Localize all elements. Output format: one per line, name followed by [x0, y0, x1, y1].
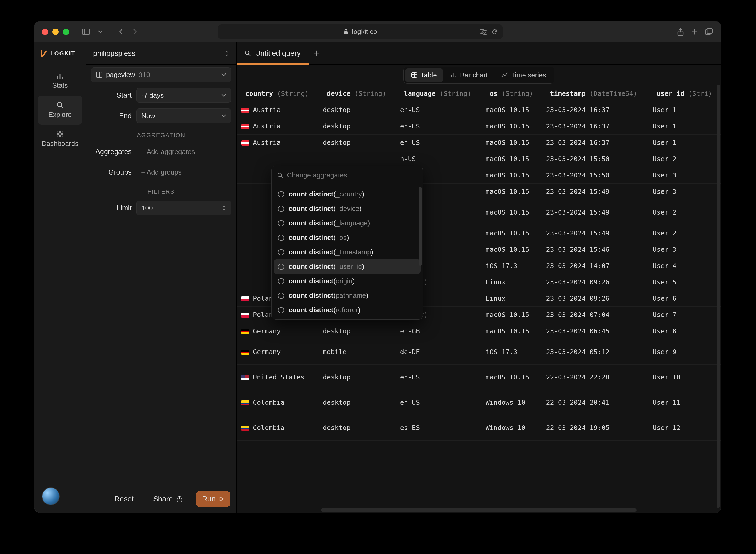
table-row[interactable]: Austriadesktopen-USmacOS 10.1523-03-2024… — [237, 118, 721, 134]
fullscreen-window-button[interactable] — [63, 29, 69, 35]
column-name: _language — [400, 90, 435, 98]
cell-os: macOS 10.15 — [481, 307, 541, 323]
stepper-icon[interactable] — [222, 205, 226, 211]
radio-icon — [278, 278, 284, 284]
vertical-scrollbar[interactable] — [717, 85, 720, 508]
aggregate-option[interactable]: count distinct(_country) — [274, 187, 421, 202]
svg-rect-18 — [61, 134, 63, 137]
start-label: Start — [91, 91, 136, 100]
aggregate-arg: _language — [336, 219, 367, 227]
aggregate-arg: referrer — [336, 306, 358, 314]
cell-user-id: User 6 — [648, 290, 721, 307]
column-name: _timestamp — [546, 90, 586, 98]
aggregate-option[interactable]: count distinct(_os) — [274, 230, 421, 245]
tab-untitled-query[interactable]: Untitled query — [237, 42, 308, 64]
column-header[interactable]: _device (String) — [318, 86, 395, 102]
cell-country: Colombia — [237, 390, 318, 415]
table-row[interactable]: Colombiadesktopen-USWindows 1022-03-2024… — [237, 390, 721, 415]
aggregate-option[interactable]: count distinct(origin) — [274, 274, 421, 288]
table-row[interactable]: Austriadesktopen-USmacOS 10.1523-03-2024… — [237, 102, 721, 118]
brand-logo-icon — [41, 50, 47, 57]
run-button[interactable]: Run — [196, 491, 230, 507]
viz-bar-chart[interactable]: Bar chart — [444, 68, 495, 82]
column-type: (String) — [440, 90, 471, 98]
cell-user-id: User 2 — [648, 225, 721, 241]
table-row[interactable]: United Statesdesktopen-USmacOS 10.1522-0… — [237, 365, 721, 390]
table-row[interactable]: n-USmacOS 10.1523-03-2024 15:50User 2 — [237, 151, 721, 167]
table-selector[interactable]: pageview 310 — [91, 67, 231, 82]
limit-value: 100 — [141, 204, 153, 212]
sidebar-item-stats[interactable]: Stats — [38, 67, 82, 96]
start-field[interactable]: -7 days — [136, 88, 231, 103]
viz-table[interactable]: Table — [405, 68, 443, 82]
svg-rect-2 — [344, 31, 348, 34]
nav-back-button[interactable] — [116, 27, 126, 37]
tabs-overview-icon[interactable] — [704, 27, 714, 37]
viz-label: Bar chart — [460, 71, 488, 79]
aggregate-option[interactable]: count distinct(pathname) — [274, 288, 421, 303]
add-aggregates-button[interactable]: + Add aggregates — [136, 144, 231, 159]
sidebar-item-dashboards[interactable]: Dashboards — [38, 124, 82, 154]
popover-scrollbar[interactable] — [419, 187, 422, 266]
aggregate-option[interactable]: count distinct(referrer) — [274, 303, 421, 317]
avatar[interactable] — [42, 487, 60, 505]
search-icon — [244, 50, 251, 56]
play-icon — [219, 496, 224, 502]
query-tabs: Untitled query — [237, 42, 721, 64]
sidebar-item-explore[interactable]: Explore — [38, 96, 82, 124]
table-row[interactable]: Colombiadesktopes-ESWindows 1022-03-2024… — [237, 415, 721, 441]
column-header[interactable]: _user_id (Stri) — [648, 86, 721, 102]
new-tab-icon[interactable] — [690, 27, 699, 37]
reset-button[interactable]: Reset — [109, 491, 139, 507]
cell-language: n-US — [395, 151, 481, 167]
cell-user-id: User 4 — [648, 258, 721, 274]
add-groups-button[interactable]: + Add groups — [136, 165, 231, 179]
table-row[interactable]: Austriadesktopen-USmacOS 10.1523-03-2024… — [237, 134, 721, 151]
column-header[interactable]: _os (String) — [481, 86, 541, 102]
table-row[interactable]: Germanymobilede-DEiOS 17.323-03-2024 05:… — [237, 339, 721, 365]
cell-os: Windows 10 — [481, 415, 541, 441]
column-header[interactable]: _timestamp (DateTime64) — [541, 86, 648, 102]
cell-os: macOS 10.15 — [481, 200, 541, 225]
minimize-window-button[interactable] — [52, 29, 59, 35]
dashboard-icon — [57, 130, 63, 137]
horizontal-scrollbar[interactable] — [321, 508, 637, 512]
aggregate-fn: count distinct — [289, 277, 333, 285]
aggregate-option[interactable]: count distinct(_timestamp) — [274, 245, 421, 259]
new-tab-button[interactable] — [308, 42, 324, 64]
column-header[interactable]: _language (String) — [395, 86, 481, 102]
column-header[interactable]: _country (String) — [237, 86, 318, 102]
run-label: Run — [202, 495, 216, 503]
address-bar[interactable]: logkit.co 文A — [218, 24, 503, 39]
table-row[interactable]: Germanydesktopen-GBmacOS 10.1523-03-2024… — [237, 323, 721, 339]
end-field[interactable]: Now — [136, 108, 231, 123]
aggregate-option[interactable]: count distinct(_device) — [274, 202, 421, 216]
cell-os: Linux — [481, 290, 541, 307]
reload-icon[interactable] — [491, 29, 498, 35]
aggregate-option[interactable]: count distinct(_user_id) — [274, 259, 421, 274]
popover-search-input[interactable] — [287, 171, 417, 179]
sidebar-toggle-icon[interactable] — [81, 27, 91, 37]
share-label: Share — [153, 495, 173, 503]
radio-icon — [278, 249, 284, 256]
viz-time-series[interactable]: Time series — [495, 68, 552, 82]
aggregate-option[interactable]: count distinct(_language) — [274, 216, 421, 230]
sidebar-item-label: Stats — [52, 81, 68, 90]
cell-language: en-US — [395, 102, 481, 118]
aggregates-label: Aggregates — [91, 148, 136, 156]
cell-country: Austria — [237, 102, 318, 118]
cell-country: Austria — [237, 118, 318, 134]
cell-timestamp: 23-03-2024 16:37 — [541, 134, 648, 151]
window-controls — [42, 29, 69, 35]
aggregate-arg: _os — [336, 233, 347, 241]
translate-icon[interactable]: 文A — [480, 29, 488, 35]
share-button[interactable]: Share — [148, 491, 188, 507]
limit-field[interactable]: 100 — [136, 201, 231, 215]
close-window-button[interactable] — [42, 29, 48, 35]
svg-rect-0 — [82, 29, 90, 35]
project-selector[interactable]: philippspiess — [86, 42, 236, 64]
share-icon[interactable] — [676, 27, 685, 37]
stats-icon — [56, 73, 64, 79]
nav-forward-button[interactable] — [130, 27, 140, 37]
titlebar-chevron-down-icon[interactable] — [96, 27, 105, 37]
